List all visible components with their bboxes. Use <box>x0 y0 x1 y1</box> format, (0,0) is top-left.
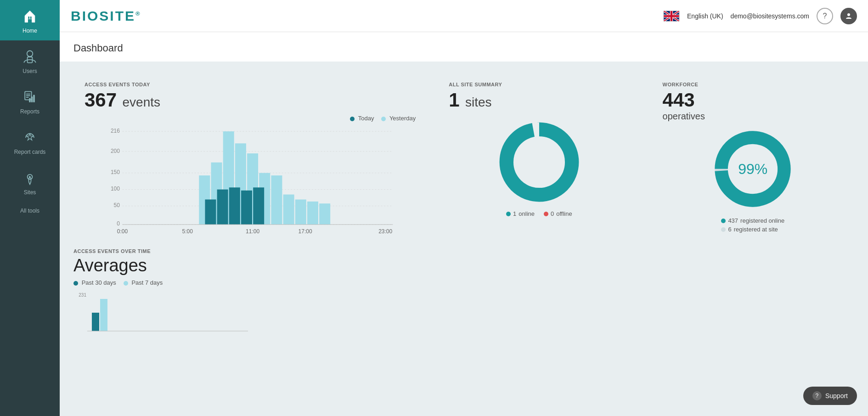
dashboard: ACCESS EVENTS TODAY 367 events Today Yes… <box>60 62 868 416</box>
sidebar-item-report-cards[interactable]: Report cards <box>0 121 60 162</box>
svg-text:216: 216 <box>111 128 120 134</box>
svg-text:50: 50 <box>114 202 120 208</box>
svg-text:17:00: 17:00 <box>299 228 312 235</box>
all-tools-label: All tools <box>20 208 39 214</box>
brand-logo: BIOSITE® <box>71 8 141 24</box>
svg-text:11:00: 11:00 <box>246 228 259 235</box>
sidebar-item-sites[interactable]: 3 Sites <box>0 162 60 202</box>
svg-rect-0 <box>28 17 29 19</box>
user-icon <box>845 12 853 20</box>
chart-legend: Today Yesterday <box>85 115 416 122</box>
uk-flag-icon <box>663 11 680 22</box>
topbar-right: English (UK) demo@biositesystems.com ? <box>663 8 857 24</box>
language-label: English (UK) <box>687 12 723 20</box>
sites-donut-legend: 1 online 0 offline <box>506 210 572 217</box>
bar-chart-svg: 216 200 150 100 50 0 <box>85 125 416 236</box>
svg-text:150: 150 <box>111 169 120 175</box>
bar-today-0 <box>205 199 216 225</box>
sidebar-sites-label: Sites <box>24 189 36 196</box>
avg-bar-30-0 <box>92 313 99 331</box>
sidebar-item-home[interactable]: Home <box>0 0 60 40</box>
registered-site-dot <box>721 227 726 232</box>
workforce-legend: 437 registered online 6 registered at si… <box>721 217 784 233</box>
support-label: Support <box>825 392 848 399</box>
bar-today-4 <box>253 187 264 225</box>
svg-text:23:00: 23:00 <box>378 228 392 235</box>
legend-7days: Past 7 days <box>124 279 163 286</box>
averages-section-label: ACCESS EVENTS OVER TIME <box>73 248 854 254</box>
support-button[interactable]: ? Support <box>803 387 857 405</box>
svg-text:200: 200 <box>111 148 120 154</box>
offline-dot <box>544 212 548 216</box>
bar-yesterday-9 <box>307 202 318 225</box>
averages-chart-svg: 231 <box>73 290 257 336</box>
access-events-label: ACCESS EVENTS TODAY <box>85 82 416 87</box>
bar-today-3 <box>241 191 252 225</box>
svg-rect-9 <box>31 96 33 102</box>
dashboard-top-row: ACCESS EVENTS TODAY 367 events Today Yes… <box>73 73 854 245</box>
legend-30days: Past 30 days <box>73 279 116 286</box>
support-icon: ? <box>812 391 822 400</box>
svg-text:100: 100 <box>111 186 120 192</box>
sites-icon: 3 <box>22 170 38 186</box>
offline-label: offline <box>556 210 572 217</box>
svg-text:0:00: 0:00 <box>117 228 128 235</box>
legend-7days-dot <box>124 281 128 286</box>
averages-section: ACCESS EVENTS OVER TIME Averages Past 30… <box>73 248 854 337</box>
svg-point-16 <box>847 13 850 16</box>
legend-today: Today <box>350 115 374 122</box>
bar-today-2 <box>229 187 240 225</box>
offline-count: 0 <box>551 210 554 217</box>
sidebar-item-all-tools[interactable]: All tools <box>20 202 39 219</box>
legend-30days-dot <box>73 281 78 286</box>
access-events-card: ACCESS EVENTS TODAY 367 events Today Yes… <box>73 73 427 245</box>
registered-site-count: 6 <box>728 226 731 233</box>
bar-yesterday-10 <box>319 203 330 225</box>
access-events-count: 367 <box>85 89 117 111</box>
bar-yesterday-6 <box>271 175 282 225</box>
svg-text:0: 0 <box>117 220 120 227</box>
legend-yesterday: Yesterday <box>381 115 416 122</box>
avg-bar-7-0 <box>100 299 107 331</box>
workforce-card: WORKFORCE 443 operatives <box>652 73 854 245</box>
svg-rect-10 <box>33 95 35 102</box>
brand-name: BIOSITE <box>71 8 135 23</box>
report-cards-icon <box>22 129 38 146</box>
sidebar-users-label: Users <box>23 68 37 74</box>
workforce-donut-container: 99% <box>709 125 796 213</box>
averages-title: Averages <box>73 256 854 275</box>
registered-online-legend: 437 registered online <box>721 217 784 224</box>
sidebar-home-label: Home <box>23 28 37 34</box>
home-icon <box>22 8 38 25</box>
svg-rect-8 <box>29 98 31 102</box>
svg-point-2 <box>27 51 33 57</box>
averages-legend: Past 30 days Past 7 days <box>73 279 854 286</box>
online-label: online <box>519 210 535 217</box>
brand-registered: ® <box>135 10 141 17</box>
page-content: Dashboard ACCESS EVENTS TODAY 367 events… <box>60 32 868 416</box>
workforce-percent-center: 99% <box>738 161 767 178</box>
workforce-percent: 99% <box>738 161 767 177</box>
bar-yesterday-8 <box>295 199 306 225</box>
registered-online-count: 437 <box>728 217 738 224</box>
sidebar-item-users[interactable]: Users <box>0 40 60 81</box>
sites-count: 1 <box>449 89 459 111</box>
all-site-label: ALL SITE SUMMARY <box>449 82 629 87</box>
svg-text:5:00: 5:00 <box>182 228 193 235</box>
user-account-button[interactable] <box>840 8 857 24</box>
help-button[interactable]: ? <box>817 8 833 24</box>
online-count: 1 <box>513 210 516 217</box>
workforce-count: 443 <box>663 89 695 111</box>
bar-today-1 <box>217 190 228 225</box>
registered-online-dot <box>721 219 726 223</box>
svg-rect-1 <box>30 17 32 19</box>
registered-site-legend: 6 registered at site <box>721 226 784 233</box>
users-icon <box>22 49 38 65</box>
sidebar-report-cards-label: Report cards <box>14 149 46 155</box>
bar-yesterday-7 <box>283 195 294 225</box>
online-dot <box>506 212 511 216</box>
sidebar: Home Users Reports Report cards <box>0 0 60 416</box>
sidebar-item-reports[interactable]: Reports <box>0 81 60 121</box>
bar-chart: 216 200 150 100 50 0 <box>85 125 416 236</box>
sites-donut-chart <box>496 118 583 206</box>
